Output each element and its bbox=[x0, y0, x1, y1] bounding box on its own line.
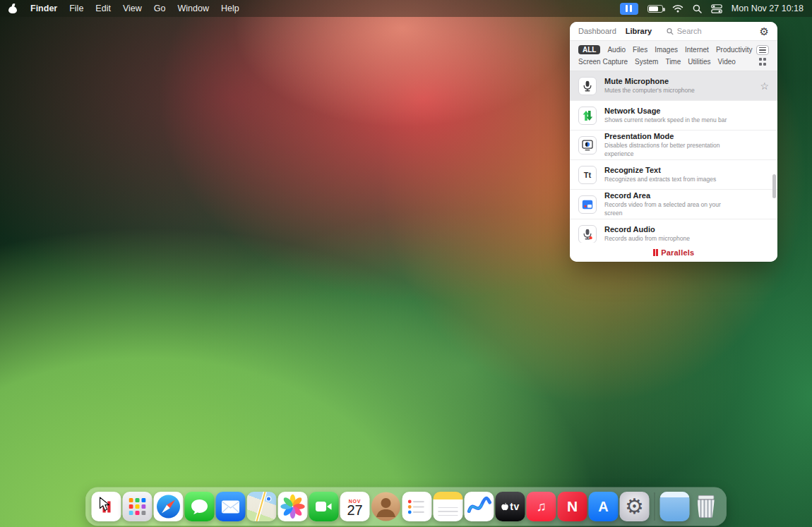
category-chip-time[interactable]: Time bbox=[665, 58, 681, 66]
dock-system-settings-icon[interactable]: ⚙ bbox=[620, 492, 650, 521]
parallels-logo-icon bbox=[653, 249, 659, 256]
tool-row-presentation-mode[interactable]: Presentation Mode Disables distractions … bbox=[570, 131, 777, 160]
news-letter: N bbox=[567, 498, 578, 515]
search-icon bbox=[667, 28, 674, 35]
tool-name: Recognize Text bbox=[604, 166, 716, 174]
tool-row-network-usage[interactable]: Network Usage Shows current network spee… bbox=[570, 101, 777, 131]
favorite-star-icon[interactable]: ☆ bbox=[760, 80, 769, 92]
dock-notes-icon[interactable] bbox=[434, 492, 463, 521]
category-chip-all[interactable]: ALL bbox=[578, 45, 600, 54]
tab-library[interactable]: Library bbox=[626, 27, 652, 35]
dock-trash-icon[interactable] bbox=[691, 492, 721, 521]
search-field[interactable] bbox=[667, 27, 750, 35]
tool-name: Mute Microphone bbox=[604, 77, 695, 85]
tab-dashboard[interactable]: Dashboard bbox=[578, 27, 616, 35]
category-filter-bar: ALL Audio Files Images Internet Producti… bbox=[570, 40, 777, 71]
dock-contacts-icon[interactable] bbox=[371, 492, 401, 521]
category-chips: ALL Audio Files Images Internet Producti… bbox=[578, 45, 753, 66]
category-chip-system[interactable]: System bbox=[635, 58, 658, 66]
tool-name: Presentation Mode bbox=[604, 132, 736, 140]
spotlight-search-icon[interactable] bbox=[693, 4, 702, 13]
dock-freeform-icon[interactable] bbox=[465, 492, 494, 521]
control-center-icon[interactable] bbox=[711, 4, 722, 13]
dock-messages-icon[interactable] bbox=[185, 492, 215, 521]
dock-divider bbox=[655, 492, 655, 521]
tool-name: Record Audio bbox=[604, 225, 690, 234]
scrollbar-thumb[interactable] bbox=[772, 174, 776, 198]
menu-item-window[interactable]: Window bbox=[177, 4, 208, 13]
mouse-cursor bbox=[99, 497, 111, 512]
tool-description: Records audio from microphone bbox=[604, 235, 690, 243]
tool-row-mute-microphone[interactable]: Mute Microphone Mutes the computer's mic… bbox=[570, 71, 777, 101]
mute-microphone-icon bbox=[578, 77, 597, 95]
dock-minimized-window-icon[interactable] bbox=[660, 492, 690, 521]
recognize-text-icon: Tt bbox=[578, 166, 597, 184]
tool-row-recognize-text[interactable]: Tt Recognize Text Recognizes and extract… bbox=[570, 160, 777, 190]
tool-description: Records video from a selected area on yo… bbox=[604, 201, 736, 217]
menu-app-name[interactable]: Finder bbox=[30, 4, 57, 13]
dock-appstore-icon[interactable]: A bbox=[589, 492, 619, 521]
appstore-letter: A bbox=[598, 499, 608, 515]
dock: NOV 27 bbox=[86, 487, 727, 526]
dock-facetime-icon[interactable] bbox=[309, 492, 339, 521]
desktop: Finder File Edit View Go Window Help bbox=[0, 0, 812, 527]
menu-item-file[interactable]: File bbox=[69, 4, 83, 13]
settings-gear-button[interactable]: ⚙ bbox=[760, 26, 769, 37]
dock-safari-icon[interactable] bbox=[154, 492, 184, 521]
menu-item-help[interactable]: Help bbox=[221, 4, 239, 13]
category-chip-video[interactable]: Video bbox=[717, 58, 735, 66]
tool-description: Shows current network speed in the menu … bbox=[604, 116, 727, 124]
network-usage-icon bbox=[578, 107, 597, 125]
tool-description: Disables distractions for better present… bbox=[604, 142, 736, 157]
parallels-toolbox-popover: Dashboard Library ⚙ ALL Audio Files Imag… bbox=[570, 22, 777, 262]
dock-calendar-icon[interactable]: NOV 27 bbox=[340, 492, 370, 521]
parallels-brand-text: Parallels bbox=[661, 248, 694, 257]
list-view-button[interactable] bbox=[756, 45, 769, 55]
tool-description: Recognizes and extracts text from images bbox=[604, 176, 716, 183]
popover-header: Dashboard Library ⚙ bbox=[570, 22, 777, 40]
menubar-clock[interactable]: Mon Nov 27 10:18 bbox=[732, 4, 804, 13]
tool-row-record-audio[interactable]: Record Audio Records audio from micropho… bbox=[570, 219, 777, 243]
record-audio-icon bbox=[578, 225, 597, 243]
dock-mail-icon[interactable] bbox=[216, 492, 246, 521]
menu-item-edit[interactable]: Edit bbox=[95, 4, 111, 13]
parallels-toolbox-menubar-icon[interactable] bbox=[620, 3, 638, 15]
dock-maps-icon[interactable] bbox=[247, 492, 277, 521]
music-note-glyph: ♫ bbox=[536, 499, 546, 514]
popover-footer: Parallels bbox=[570, 243, 777, 262]
menu-item-go[interactable]: Go bbox=[154, 4, 166, 13]
category-chip-files[interactable]: Files bbox=[633, 46, 647, 54]
dock-news-icon[interactable]: N bbox=[558, 492, 587, 521]
menu-bar: Finder File Edit View Go Window Help bbox=[0, 0, 812, 17]
dock-appletv-icon[interactable]: tv bbox=[496, 492, 525, 521]
category-chip-internet[interactable]: Internet bbox=[685, 46, 709, 54]
wifi-icon[interactable] bbox=[672, 4, 683, 13]
tool-name: Record Area bbox=[604, 191, 736, 200]
tool-list: Mute Microphone Mutes the computer's mic… bbox=[570, 71, 777, 243]
dock-reminders-icon[interactable] bbox=[402, 492, 432, 521]
trash-basket bbox=[696, 495, 715, 518]
category-chip-audio[interactable]: Audio bbox=[607, 46, 626, 54]
grid-view-button[interactable] bbox=[759, 58, 767, 66]
dock-launchpad-icon[interactable] bbox=[123, 492, 153, 521]
category-chip-images[interactable]: Images bbox=[655, 46, 678, 54]
search-input[interactable] bbox=[677, 27, 751, 35]
battery-icon[interactable] bbox=[647, 5, 663, 13]
tool-row-record-area[interactable]: Record Area Records video from a selecte… bbox=[570, 190, 777, 219]
tool-description: Mutes the computer's microphone bbox=[604, 87, 695, 95]
dock-music-icon[interactable]: ♫ bbox=[527, 492, 556, 521]
appletv-label: tv bbox=[510, 501, 519, 512]
settings-gear-glyph: ⚙ bbox=[625, 496, 644, 517]
apple-menu-icon[interactable] bbox=[8, 4, 17, 13]
record-area-icon bbox=[578, 195, 597, 214]
tool-name: Network Usage bbox=[604, 107, 727, 115]
calendar-day: 27 bbox=[347, 504, 362, 517]
presentation-mode-icon bbox=[578, 136, 597, 155]
category-chip-utilities[interactable]: Utilities bbox=[688, 58, 710, 66]
category-chip-productivity[interactable]: Productivity bbox=[716, 46, 753, 54]
menu-item-view[interactable]: View bbox=[123, 4, 142, 13]
category-chip-screen-capture[interactable]: Screen Capture bbox=[578, 58, 628, 66]
view-toggles bbox=[756, 45, 769, 66]
dock-photos-icon[interactable] bbox=[278, 492, 308, 521]
